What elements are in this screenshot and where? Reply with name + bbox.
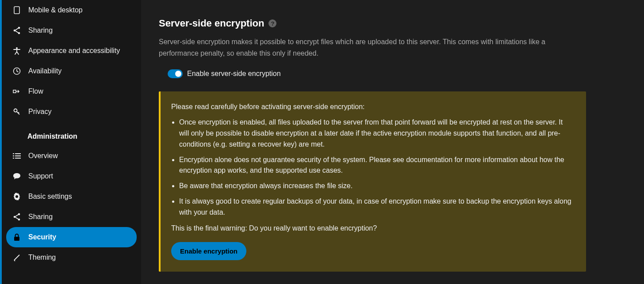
- sidebar-item-sharing[interactable]: Sharing: [6, 20, 137, 41]
- sidebar-item-overview[interactable]: Overview: [6, 146, 137, 166]
- svg-rect-8: [13, 153, 14, 154]
- sidebar-item-availability[interactable]: Availability: [6, 61, 137, 81]
- warning-intro: Please read carefully before activating …: [171, 103, 574, 111]
- lock-icon: [12, 233, 21, 242]
- main-content: Server-side encryption ? Server-side enc…: [141, 0, 644, 284]
- warning-point: It is always good to create regular back…: [179, 196, 574, 218]
- share-icon: [12, 26, 21, 35]
- sidebar-item-label: Availability: [28, 67, 61, 75]
- sidebar-item-label: Mobile & desktop: [28, 6, 83, 14]
- sidebar-item-support[interactable]: Support: [6, 166, 137, 186]
- sidebar-item-label: Basic settings: [28, 193, 72, 201]
- warning-final: This is the final warning: Do you really…: [171, 224, 574, 232]
- svg-point-4: [16, 47, 18, 49]
- warning-point: Once encryption is enabled, all files up…: [179, 117, 574, 150]
- svg-rect-6: [13, 90, 16, 93]
- svg-rect-12: [13, 158, 14, 159]
- sidebar-item-label: Sharing: [28, 27, 53, 34]
- sidebar-item-label: Appearance and accessibility: [28, 47, 120, 55]
- toggle-label: Enable server-side encryption: [187, 70, 281, 78]
- sidebar-item-security[interactable]: Security: [6, 227, 137, 247]
- sidebar-item-theming[interactable]: Theming: [6, 247, 137, 268]
- toggle-knob: [175, 71, 181, 77]
- sidebar-item-mobile-desktop[interactable]: Mobile & desktop: [6, 0, 137, 20]
- warning-point: Encryption alone does not guarantee secu…: [179, 155, 574, 177]
- sidebar-item-label: Sharing: [28, 213, 53, 221]
- sidebar-item-basic-settings[interactable]: Basic settings: [6, 186, 137, 207]
- sidebar-item-label: Overview: [28, 152, 58, 160]
- encryption-toggle-row: Enable server-side encryption: [168, 69, 626, 78]
- list-icon: [12, 151, 21, 160]
- svg-rect-9: [15, 153, 21, 154]
- svg-rect-13: [15, 158, 21, 159]
- gear-icon: [12, 192, 21, 201]
- sidebar: Mobile & desktop Sharing Appearance and …: [2, 0, 141, 284]
- sidebar-item-privacy[interactable]: Privacy: [6, 102, 137, 122]
- sidebar-item-sharing-admin[interactable]: Sharing: [6, 207, 137, 227]
- warning-point: Be aware that encryption always increase…: [179, 181, 574, 192]
- section-description: Server-side encryption makes it possible…: [159, 36, 566, 59]
- key-icon: [12, 107, 21, 116]
- enable-encryption-button[interactable]: Enable encryption: [171, 242, 246, 260]
- svg-point-14: [15, 195, 18, 197]
- sidebar-item-label: Security: [28, 233, 56, 241]
- share-icon: [12, 212, 21, 221]
- sidebar-item-label: Theming: [28, 254, 56, 261]
- sidebar-section-administration: Administration: [2, 122, 141, 146]
- warning-box: Please read carefully before activating …: [159, 91, 586, 271]
- page-title: Server-side encryption ?: [159, 18, 626, 29]
- flow-icon: [12, 87, 21, 96]
- sidebar-item-appearance[interactable]: Appearance and accessibility: [6, 41, 137, 61]
- title-text: Server-side encryption: [159, 18, 264, 29]
- sidebar-item-label: Support: [28, 172, 53, 180]
- svg-rect-18: [14, 237, 19, 241]
- warning-list: Once encryption is enabled, all files up…: [171, 117, 574, 218]
- sidebar-item-label: Privacy: [28, 108, 51, 116]
- accessibility-icon: [12, 46, 21, 55]
- chat-icon: [12, 172, 21, 181]
- device-icon: [12, 6, 21, 15]
- svg-rect-11: [15, 155, 21, 156]
- svg-rect-10: [13, 155, 14, 156]
- brush-icon: [12, 253, 21, 262]
- help-icon[interactable]: ?: [268, 19, 276, 27]
- encryption-toggle[interactable]: [168, 69, 183, 78]
- sidebar-item-label: Flow: [28, 87, 43, 95]
- clock-icon: [12, 67, 21, 76]
- svg-point-7: [14, 109, 17, 112]
- sidebar-item-flow[interactable]: Flow: [6, 81, 137, 102]
- svg-rect-0: [14, 7, 19, 14]
